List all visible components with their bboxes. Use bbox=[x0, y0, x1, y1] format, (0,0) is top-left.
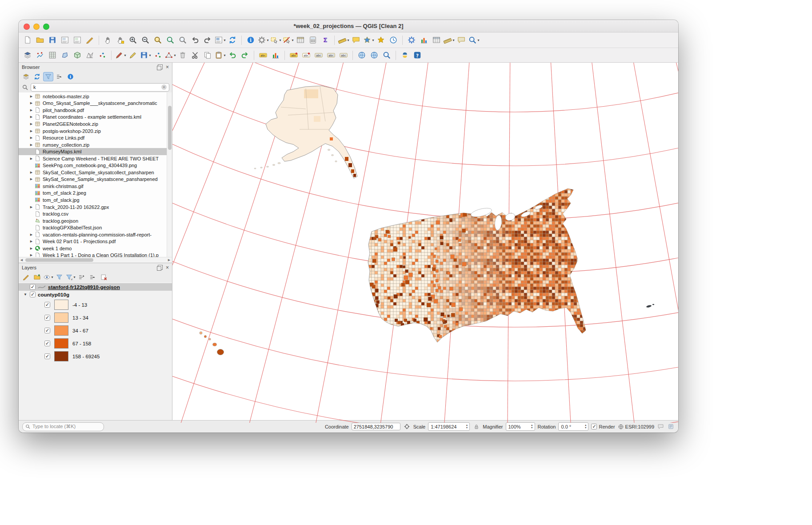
expand-all-button[interactable] bbox=[76, 273, 87, 282]
browser-tree-item[interactable]: ▶Planet coordinates - example settlement… bbox=[19, 114, 167, 121]
refresh-map-button[interactable] bbox=[227, 35, 238, 45]
log-messages-icon[interactable] bbox=[667, 423, 675, 430]
close-panel-icon[interactable]: × bbox=[166, 265, 169, 270]
stepper-icons[interactable]: ▲▼ bbox=[466, 424, 468, 429]
vertex-tool-button[interactable]: ▾ bbox=[164, 50, 176, 60]
close-window-button[interactable] bbox=[24, 24, 30, 30]
zoom-window-button[interactable] bbox=[43, 24, 49, 30]
close-panel-icon[interactable]: × bbox=[166, 65, 169, 69]
toggle-editing-button[interactable] bbox=[127, 50, 139, 60]
new-shapefile-layer-button[interactable] bbox=[59, 50, 71, 60]
expand-arrow-icon[interactable]: ▶ bbox=[29, 253, 34, 257]
expand-arrow-icon[interactable]: ▶ bbox=[29, 115, 34, 119]
browser-tree-item[interactable]: ▶vacation-rentals-planning-commission-st… bbox=[19, 231, 167, 238]
field-calculator-button[interactable] bbox=[307, 35, 319, 45]
layer-checkbox[interactable]: ✓ bbox=[30, 284, 36, 290]
expander-icon[interactable]: ▼ bbox=[23, 293, 28, 297]
temporal-controller-button[interactable] bbox=[388, 35, 399, 45]
run-feature-action-button[interactable]: ▾ bbox=[257, 35, 269, 45]
browser-tree-item[interactable]: ▶SkySat_Scene_Sample_skysatscene_panshar… bbox=[19, 176, 167, 183]
legend-class-row[interactable]: ✓34 - 67 bbox=[19, 324, 172, 337]
lock-scale-icon[interactable] bbox=[472, 423, 480, 430]
expand-arrow-icon[interactable]: ▶ bbox=[29, 247, 34, 250]
browser-tree-item[interactable]: tom_of_slack.jpg bbox=[19, 196, 167, 204]
style-manager-button[interactable] bbox=[84, 35, 96, 45]
map-canvas[interactable] bbox=[172, 63, 678, 420]
expand-arrow-icon[interactable]: ▶ bbox=[29, 233, 34, 236]
data-source-manager-button[interactable] bbox=[22, 50, 33, 60]
pan-to-selection-button[interactable] bbox=[115, 35, 126, 45]
expand-arrow-icon[interactable]: ▶ bbox=[29, 143, 34, 147]
browser-tree-item[interactable]: ▶postgis-workshop-2020.zip bbox=[19, 128, 167, 135]
layer-row-countyp010g[interactable]: ▼ ✓ countyp010g bbox=[19, 291, 172, 298]
rotate-label-button[interactable]: abc bbox=[325, 50, 337, 60]
filter-settings-icon[interactable] bbox=[21, 84, 29, 91]
save-project-button[interactable] bbox=[47, 35, 58, 45]
browser-vertical-scrollbar[interactable] bbox=[167, 92, 172, 257]
browser-tree-item[interactable]: ▶rumsey_collection.zip bbox=[19, 141, 167, 148]
expand-arrow-icon[interactable]: ▶ bbox=[29, 108, 34, 112]
legend-class-row[interactable]: ✓158 - 69245 bbox=[19, 350, 172, 363]
zoom-last-button[interactable] bbox=[189, 35, 201, 45]
browser-tree-item[interactable]: tom_of_slack 2.jpeg bbox=[19, 190, 167, 197]
clear-filter-icon[interactable]: × bbox=[161, 84, 167, 90]
change-label-button[interactable]: abc bbox=[338, 50, 349, 60]
measure-button[interactable]: ▾ bbox=[338, 35, 349, 45]
zoom-to-layer-button[interactable] bbox=[177, 35, 188, 45]
render-checkbox[interactable]: ✓ bbox=[591, 424, 597, 429]
metasearch-button[interactable] bbox=[356, 50, 368, 60]
filter-legend-button[interactable] bbox=[54, 273, 64, 282]
add-feature-button[interactable] bbox=[152, 50, 164, 60]
new-project-button[interactable] bbox=[22, 35, 33, 45]
attribute-tools-button[interactable] bbox=[431, 35, 442, 45]
browser-tree-item[interactable]: ▶SkySat_Collect_Sample_skysatcollect_pan… bbox=[19, 169, 167, 176]
legend-class-row[interactable]: ✓67 - 158 bbox=[19, 337, 172, 350]
zoom-out-button[interactable] bbox=[140, 35, 151, 45]
expand-arrow-icon[interactable]: ▶ bbox=[29, 171, 34, 174]
open-layer-styling-button[interactable] bbox=[21, 273, 31, 282]
new-print-layout-button[interactable] bbox=[59, 35, 71, 45]
legend-class-row[interactable]: ✓-4 - 13 bbox=[19, 298, 172, 311]
layer-checkbox[interactable]: ✓ bbox=[30, 292, 36, 297]
class-checkbox[interactable]: ✓ bbox=[44, 341, 50, 346]
locate-box[interactable]: Type to locate (⌘K) bbox=[22, 422, 104, 431]
browser-filter-input[interactable]: k × bbox=[31, 83, 169, 92]
qgis-hub-button[interactable] bbox=[368, 50, 380, 60]
processing-toolbox-button[interactable] bbox=[406, 35, 417, 45]
minimize-window-button[interactable] bbox=[33, 24, 40, 30]
add-vector-layer-button[interactable] bbox=[34, 50, 46, 60]
identify-features-button[interactable]: i bbox=[245, 35, 256, 45]
zoom-to-selection-button[interactable] bbox=[164, 35, 176, 45]
paste-features-button[interactable]: ▾ bbox=[214, 50, 226, 60]
layer-labeling-button[interactable]: abc bbox=[257, 50, 269, 60]
pan-map-button[interactable] bbox=[102, 35, 114, 45]
python-console-button[interactable] bbox=[399, 50, 411, 60]
new-virtual-layer-button[interactable] bbox=[96, 50, 108, 60]
open-project-button[interactable] bbox=[34, 35, 46, 45]
browser-tree-item[interactable]: tracklog.csv bbox=[19, 210, 167, 217]
browser-tree-item[interactable]: ▶Week 1 Part 1 - Doing a Clean QGIS Inst… bbox=[19, 252, 167, 257]
browser-tree-item[interactable]: smirk-christmas.gif bbox=[19, 183, 167, 190]
highlight-pinned-labels-button[interactable]: abc bbox=[300, 50, 312, 60]
map-tips-button[interactable] bbox=[350, 35, 362, 45]
zoom-in-button[interactable] bbox=[127, 35, 139, 45]
copy-features-button[interactable] bbox=[202, 50, 213, 60]
rotation-spinbox[interactable]: 0.0 ° ▲▼ bbox=[558, 422, 588, 431]
refresh-browser-button[interactable] bbox=[32, 72, 42, 81]
current-edits-button[interactable]: ▾ bbox=[115, 50, 126, 60]
expand-arrow-icon[interactable]: ▶ bbox=[29, 122, 34, 126]
redo-button[interactable] bbox=[239, 50, 251, 60]
scroll-left-icon[interactable]: ◀ bbox=[19, 258, 24, 262]
class-checkbox[interactable]: ✓ bbox=[44, 328, 50, 333]
add-group-button[interactable] bbox=[32, 273, 42, 282]
statistical-summary-button[interactable]: Σ bbox=[320, 35, 331, 45]
annotation-toolbar-button[interactable]: ▾ bbox=[443, 35, 455, 45]
browser-tree-item[interactable]: ▶Track_2020-11-20 162622.gpx bbox=[19, 204, 167, 211]
scale-combo[interactable]: 1:47198624 ▲▼ bbox=[428, 422, 470, 431]
expand-arrow-icon[interactable]: ▶ bbox=[29, 240, 34, 243]
stepper-icons[interactable]: ▲▼ bbox=[584, 424, 587, 429]
zoom-full-button[interactable] bbox=[152, 35, 164, 45]
browser-tree-item[interactable]: ▶week 1 demo bbox=[19, 245, 167, 252]
expand-arrow-icon[interactable]: ▶ bbox=[29, 177, 34, 181]
browser-tree-item[interactable]: ▶pilot_handbook.pdf bbox=[19, 107, 167, 114]
